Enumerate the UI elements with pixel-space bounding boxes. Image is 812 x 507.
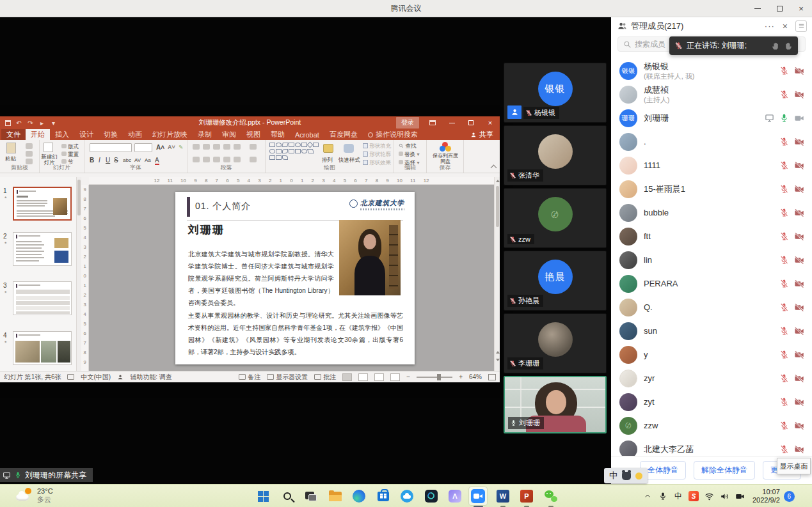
strikethrough-button[interactable]: S	[114, 157, 118, 164]
camera-off-icon[interactable]	[794, 66, 804, 76]
participant-row[interactable]: y	[611, 343, 812, 366]
save-icon[interactable]	[5, 120, 11, 126]
powerpoint-button[interactable]: P	[517, 487, 536, 506]
tab-transitions[interactable]: 切换	[99, 129, 123, 140]
weather-widget[interactable]: 23°C 多云	[15, 487, 53, 503]
ime-mode-label[interactable]: 中	[609, 470, 617, 481]
video-tile-zzw[interactable]: 〄 zzw	[504, 188, 607, 248]
tab-insert[interactable]: 插入	[50, 129, 74, 140]
copy-icon[interactable]	[26, 151, 33, 157]
justify-icon[interactable]	[223, 157, 230, 162]
restore-button[interactable]	[768, 0, 790, 17]
camera-off-icon[interactable]	[794, 373, 804, 384]
mic-muted-icon[interactable]	[779, 255, 789, 265]
slide-thumbnail-1[interactable]	[13, 187, 72, 221]
participant-row[interactable]: zyr	[611, 366, 812, 390]
video-tile-yangyinyin[interactable]: 银银 杨银银	[504, 63, 607, 123]
mic-muted-icon[interactable]	[779, 208, 789, 217]
ppt-restore-button[interactable]	[461, 116, 481, 129]
tab-review[interactable]: 审阅	[217, 129, 241, 140]
raise-hand-icon[interactable]	[784, 42, 793, 51]
camera-off-icon[interactable]	[794, 350, 804, 360]
zoom-slider[interactable]	[417, 377, 452, 378]
ime-paw-icon[interactable]	[622, 472, 631, 480]
camera-off-icon[interactable]	[794, 302, 804, 313]
panel-menu-icon[interactable]	[795, 20, 807, 32]
font-name-select[interactable]	[90, 143, 132, 152]
tab-home[interactable]: 开始	[26, 129, 50, 140]
baidu-netdisk-button[interactable]	[397, 487, 417, 506]
redo-icon[interactable]: ↷	[27, 120, 34, 127]
mic-muted-icon[interactable]	[779, 444, 789, 454]
camera-off-icon[interactable]	[794, 137, 804, 147]
tab-record[interactable]: 录制	[193, 129, 217, 140]
camera-off-icon[interactable]	[794, 160, 804, 171]
shrink-font-button[interactable]: A˅	[168, 144, 175, 150]
microsoft-store-button[interactable]	[374, 487, 393, 506]
next-slide-icon[interactable]	[496, 359, 500, 361]
shape-outline-button[interactable]: 形状轮廓	[363, 151, 391, 159]
comments-button[interactable]: 批注	[314, 373, 336, 382]
quick-styles-icon[interactable]	[344, 144, 354, 153]
slide-thumbnail-3[interactable]	[13, 281, 72, 315]
mic-muted-icon[interactable]	[779, 350, 789, 359]
arrange-icon[interactable]	[323, 144, 333, 153]
participant-row[interactable]: bubble	[611, 201, 812, 224]
camera-icon[interactable]	[794, 113, 804, 123]
raise-hand-icon[interactable]	[771, 42, 780, 51]
align-left-icon[interactable]	[193, 157, 200, 162]
slide-scrollbar[interactable]	[494, 177, 500, 371]
camera-off-icon[interactable]	[794, 231, 804, 242]
participant-row[interactable]: 15-崔雨晨1	[611, 177, 812, 201]
participant-row[interactable]: Q.	[611, 295, 812, 319]
shape-fill-button[interactable]: 形状填充	[363, 143, 391, 150]
slide-sorter-view-button[interactable]	[358, 373, 368, 381]
ime-toolbar[interactable]: 中	[604, 468, 648, 483]
fit-to-window-icon[interactable]	[488, 374, 496, 380]
tab-design[interactable]: 设计	[74, 129, 99, 140]
collapse-ribbon-icon[interactable]	[491, 165, 497, 171]
smartart-icon[interactable]	[250, 157, 257, 162]
participant-row[interactable]: lin	[611, 248, 812, 272]
slideshow-view-button[interactable]	[390, 373, 400, 381]
mic-muted-icon[interactable]	[779, 231, 789, 241]
font-size-select[interactable]	[134, 143, 152, 152]
mic-muted-icon[interactable]	[779, 326, 789, 336]
participant-row[interactable]: .	[611, 130, 812, 153]
new-slide-icon[interactable]	[44, 143, 53, 152]
mic-muted-icon[interactable]	[779, 66, 789, 75]
camera-off-icon[interactable]	[794, 279, 804, 289]
volume-icon[interactable]	[717, 487, 732, 506]
tray-overflow-button[interactable]	[640, 487, 655, 506]
tab-acrobat[interactable]: Acrobat	[290, 129, 324, 140]
video-tile-liushanshan-live[interactable]: 刘珊珊	[504, 376, 607, 433]
notes-button[interactable]: 备注	[239, 373, 260, 382]
ppt-close-button[interactable]: ×	[481, 116, 500, 129]
participant-row[interactable]: 珊珊 刘珊珊	[611, 106, 812, 130]
mic-muted-icon[interactable]	[779, 160, 789, 170]
unmute-all-button[interactable]: 解除全体静音	[694, 461, 755, 480]
scrollbar-thumb[interactable]	[496, 186, 499, 227]
align-center-icon[interactable]	[203, 157, 210, 162]
zoom-in-button[interactable]: +	[459, 373, 463, 380]
share-button[interactable]: 共享	[464, 129, 500, 140]
mic-muted-icon[interactable]	[779, 184, 789, 194]
tab-baidu-netdisk[interactable]: 百度网盘	[324, 129, 363, 140]
minimize-button[interactable]	[747, 0, 768, 17]
paste-icon[interactable]	[6, 143, 16, 153]
file-explorer-button[interactable]	[326, 487, 345, 506]
tab-slideshow[interactable]: 幻灯片放映	[147, 129, 193, 140]
increase-indent-icon[interactable]	[223, 144, 230, 150]
participant-row[interactable]: 〄 zzw	[611, 414, 812, 437]
tab-file[interactable]: 文件	[1, 129, 26, 140]
accessibility-status[interactable]: 辅助功能: 调查	[130, 373, 172, 382]
sogou-ime-button[interactable]: S	[686, 487, 701, 506]
text-direction-icon[interactable]	[250, 144, 257, 150]
participant-row[interactable]: ftt	[611, 224, 812, 248]
grow-font-button[interactable]: A˄	[156, 144, 164, 151]
slide-canvas[interactable]: 01. 个人简介 北京建筑大学 刘珊珊 北京建筑大学建筑与城市规划学院副教授。清…	[175, 192, 415, 364]
clock[interactable]: 10:07 2022/9/2	[752, 488, 780, 504]
tab-animations[interactable]: 动画	[123, 129, 147, 140]
ribbon-display-options-button[interactable]	[423, 116, 442, 129]
thumbnail-scrollbar[interactable]	[77, 177, 81, 371]
